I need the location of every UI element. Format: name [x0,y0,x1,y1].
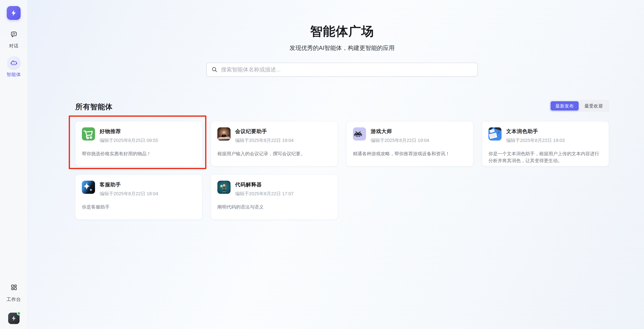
grid-icon [10,284,18,291]
agent-card-product-picks[interactable]: 好物推荐 编辑于2025年8月25日 09:55 帮你挑选价格实惠有好用的物品！ [75,121,202,166]
agent-card-code-interpreter[interactable]: 代码解释器 编辑于2025年8月22日 17:07 阐明代码的语法与语义 [211,175,338,220]
agent-title: 好物推荐 [100,128,158,135]
app-logo[interactable] [7,6,20,20]
agent-title: 客服助手 [100,181,158,188]
sparkle-star-icon [82,181,95,194]
agent-edited-time: 编辑于2025年8月22日 19:04 [371,137,429,144]
page-subtitle: 发现优秀的AI智能体，构建更智能的应用 [75,44,609,52]
agent-title: 游戏大师 [371,128,429,135]
shopping-cart-icon [82,127,95,140]
agent-description: 根据用户输入的会议记录，撰写会议纪要。 [218,150,331,157]
robot-icon [7,56,21,70]
agent-edited-time: 编辑于2025年8月22日 18:04 [100,190,158,197]
text-polish-photo-icon [488,127,502,140]
sort-tab-popular[interactable]: 最受欢迎 [580,101,608,110]
agent-card-game-master[interactable]: 游戏大师 编辑于2025年8月22日 19:04 精通各种游戏攻略，帮你推荐游戏… [346,121,473,166]
user-avatar[interactable] [8,313,20,324]
agent-description: 精通各种游戏攻略，帮你推荐游戏设备和资讯！ [353,150,467,157]
search-bar [206,63,478,76]
agent-title: 会议纪要助手 [235,128,294,135]
sidebar-item-agents[interactable]: 智能体 [0,56,28,78]
sidebar-item-agents-label: 智能体 [6,72,21,78]
meeting-photo-icon [218,127,230,140]
agent-edited-time: 编辑于2025年8月22日 17:07 [235,190,294,197]
sidebar-item-chat-label: 对话 [9,43,19,49]
agent-edited-time: 编辑于2025年8月22日 19:03 [506,137,565,144]
agent-title: 代码解释器 [235,181,294,188]
agent-card-customer-service[interactable]: 客服助手 编辑于2025年8月22日 18:04 你是客服助手 [75,175,202,220]
game-invader-icon [353,127,366,140]
page-title: 智能体广场 [75,23,609,40]
agent-edited-time: 编辑于2025年8月25日 09:55 [100,137,158,144]
agent-card-meeting-notes[interactable]: 会议纪要助手 编辑于2025年8月22日 19:04 根据用户输入的会议记录，撰… [211,121,338,166]
sidebar-item-chat[interactable]: 对话 [0,31,28,49]
agent-card-grid: 好物推荐 编辑于2025年8月25日 09:55 帮你挑选价格实惠有好用的物品！ [75,121,609,220]
agent-card-text-polish[interactable]: 文本润色助手 编辑于2025年8月22日 19:03 你是一个文本润色助手，根据… [482,121,609,166]
sort-tab-latest[interactable]: 最新发布 [550,101,579,110]
sidebar: 对话 智能体 工作台 [0,0,28,329]
search-icon [211,66,218,73]
agent-description: 阐明代码的语法与语义 [218,204,331,210]
agent-description: 你是一个文本润色助手，根据用户上传的文本内容进行分析并将其润色，让其变得更生动。 [488,150,602,164]
section-title: 所有智能体 [75,102,112,112]
search-input[interactable] [221,66,473,73]
agent-description: 你是客服助手 [82,204,196,210]
sidebar-item-workbench-label: 工作台 [6,296,21,302]
agent-edited-time: 编辑于2025年8月22日 19:04 [235,137,294,144]
chat-bubble-icon [10,31,18,38]
code-boy-photo-icon [218,181,230,194]
sidebar-item-workbench[interactable]: 工作台 [0,284,28,302]
lightning-avatar-icon [11,315,17,322]
agent-title: 文本润色助手 [506,128,565,135]
online-status-dot [17,312,21,315]
lightning-icon [10,10,17,16]
sort-segment-control: 最新发布 最受欢迎 [549,100,609,112]
agent-description: 帮你挑选价格实惠有好用的物品！ [82,150,196,157]
